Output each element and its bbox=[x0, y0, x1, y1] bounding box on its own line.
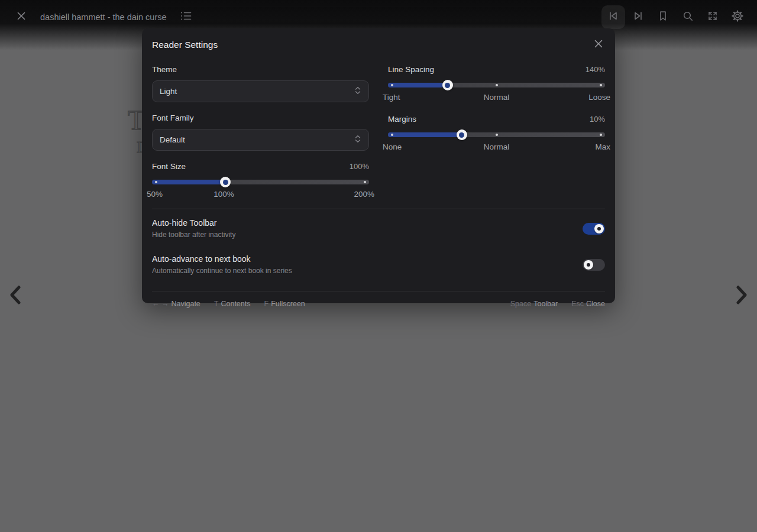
close-icon bbox=[594, 39, 603, 51]
contents-list-icon bbox=[180, 11, 192, 23]
search-icon bbox=[682, 10, 694, 24]
line-spacing-scale: Tight Normal Loose bbox=[383, 93, 610, 102]
auto-hide-toolbar-subtitle: Hide toolbar after inactivity bbox=[152, 231, 235, 239]
theme-label: Theme bbox=[152, 65, 369, 74]
fullscreen-button[interactable] bbox=[701, 5, 724, 29]
auto-advance-subtitle: Automatically continue to next book in s… bbox=[152, 267, 292, 275]
contents-button[interactable] bbox=[177, 5, 195, 29]
skip-next-button[interactable] bbox=[626, 5, 650, 29]
hint-toolbar: SpaceToolbar bbox=[510, 300, 558, 308]
bookmark-button[interactable] bbox=[651, 5, 675, 29]
line-spacing-label: Line Spacing bbox=[388, 65, 434, 74]
font-size-value: 100% bbox=[350, 162, 369, 171]
reader-settings-dialog: Reader Settings Theme Light Font Family bbox=[142, 28, 615, 303]
chevron-right-icon bbox=[733, 284, 750, 308]
font-size-slider[interactable] bbox=[152, 177, 369, 187]
auto-advance-row: Auto-advance to next book Automatically … bbox=[152, 245, 605, 281]
theme-select[interactable]: Light bbox=[152, 80, 369, 102]
previous-page-button[interactable] bbox=[2, 282, 28, 310]
font-size-label: Font Size bbox=[152, 162, 186, 171]
skip-previous-icon bbox=[607, 10, 619, 24]
toggle-knob bbox=[584, 260, 593, 270]
chevron-up-down-icon bbox=[354, 86, 361, 97]
hint-close: EscClose bbox=[571, 300, 605, 308]
auto-hide-toolbar-row: Auto-hide Toolbar Hide toolbar after ina… bbox=[152, 209, 605, 245]
margins-slider-thumb[interactable] bbox=[457, 129, 467, 140]
theme-selected-value: Light bbox=[160, 87, 177, 96]
chevron-left-icon bbox=[7, 284, 24, 308]
close-book-button[interactable] bbox=[9, 5, 33, 29]
keyboard-hints-bar: ← →Navigate TContents FFullscreen SpaceT… bbox=[142, 291, 615, 316]
font-family-label: Font Family bbox=[152, 113, 369, 122]
margins-label: Margins bbox=[388, 115, 416, 124]
next-page-button[interactable] bbox=[729, 282, 755, 310]
bookmark-icon bbox=[657, 10, 669, 24]
margins-slider[interactable] bbox=[388, 129, 605, 140]
chevron-up-down-icon bbox=[354, 135, 361, 145]
auto-advance-title: Auto-advance to next book bbox=[152, 254, 292, 264]
line-spacing-slider-thumb[interactable] bbox=[442, 80, 453, 90]
toggle-knob bbox=[594, 224, 604, 233]
settings-button[interactable] bbox=[726, 5, 749, 29]
font-family-selected-value: Default bbox=[160, 135, 185, 144]
line-spacing-value: 140% bbox=[585, 65, 605, 74]
hint-fullscreen: FFullscreen bbox=[264, 300, 305, 308]
skip-previous-button[interactable] bbox=[601, 5, 625, 29]
hint-navigate: ← →Navigate bbox=[152, 300, 200, 308]
book-title: dashiell hammett - the dain curse bbox=[40, 12, 167, 22]
font-size-slider-thumb[interactable] bbox=[220, 177, 231, 187]
dialog-title: Reader Settings bbox=[152, 40, 218, 50]
hint-contents: TContents bbox=[214, 300, 251, 308]
settings-gear-icon bbox=[731, 9, 744, 25]
fullscreen-expand-icon bbox=[707, 10, 719, 24]
auto-hide-toolbar-toggle[interactable] bbox=[583, 223, 605, 235]
settings-right-column: Line Spacing 140% Tight Normal Loose Mar… bbox=[388, 65, 605, 199]
dialog-close-button[interactable] bbox=[592, 38, 605, 51]
auto-hide-toolbar-title: Auto-hide Toolbar bbox=[152, 218, 235, 228]
font-family-select[interactable]: Default bbox=[152, 129, 369, 151]
skip-next-icon bbox=[632, 10, 644, 24]
search-button[interactable] bbox=[676, 5, 700, 29]
margins-scale: None Normal Max bbox=[383, 142, 610, 152]
close-icon bbox=[16, 11, 27, 24]
font-size-scale: 50% 100% 200% bbox=[147, 190, 374, 199]
margins-value: 10% bbox=[590, 115, 605, 124]
line-spacing-slider[interactable] bbox=[388, 80, 605, 90]
settings-left-column: Theme Light Font Family Default bbox=[152, 65, 369, 199]
auto-advance-toggle[interactable] bbox=[583, 259, 605, 271]
